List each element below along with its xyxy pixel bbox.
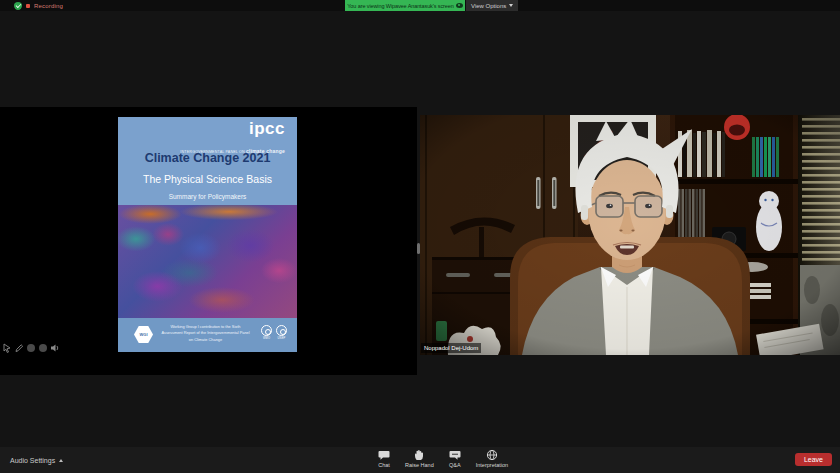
ipcc-report-cover: ipcc INTERGOVERNMENTAL PANEL ON climate … bbox=[118, 117, 297, 352]
shared-screen-canvas: ipcc INTERGOVERNMENTAL PANEL ON climate … bbox=[0, 107, 417, 375]
participant-name-tag: Noppadol Dej-Udom bbox=[421, 343, 481, 353]
wmo-emblem-icon bbox=[261, 325, 272, 336]
cover-tagline: Summary for Policymakers bbox=[118, 193, 297, 200]
chat-button[interactable]: Chat bbox=[372, 449, 396, 468]
wgi-hexagon-logo: WGI bbox=[134, 326, 153, 343]
cover-header: ipcc INTERGOVERNMENTAL PANEL ON climate … bbox=[118, 117, 297, 205]
speaker-icon[interactable] bbox=[50, 343, 61, 353]
color-dot-icon[interactable] bbox=[38, 343, 48, 353]
security-shield-icon[interactable] bbox=[14, 2, 22, 10]
audio-settings-label: Audio Settings bbox=[10, 457, 55, 464]
chat-bubble-icon bbox=[378, 449, 390, 461]
view-options-label: View Options bbox=[471, 3, 506, 9]
pencil-icon[interactable] bbox=[14, 343, 24, 353]
ipcc-logo: ipcc bbox=[249, 120, 285, 137]
audio-settings-button[interactable]: Audio Settings bbox=[10, 447, 63, 473]
cursor-icon[interactable] bbox=[2, 343, 12, 353]
cover-footer-text: Working Group I contribution to the Sixt… bbox=[160, 324, 251, 343]
cover-org-logos: WMO UNEP bbox=[261, 325, 287, 340]
view-options-button[interactable]: View Options bbox=[466, 0, 518, 11]
qa-bubble-icon bbox=[449, 449, 461, 461]
chevron-down-icon bbox=[509, 4, 513, 7]
recording-indicator: Recording bbox=[14, 0, 63, 11]
unep-emblem-icon bbox=[276, 325, 287, 336]
viewing-screen-banner: You are viewing Wipavee Anantasuk's scre… bbox=[345, 0, 465, 11]
interpretation-button[interactable]: Interpretation bbox=[476, 449, 508, 468]
leave-button[interactable]: Leave bbox=[795, 453, 832, 466]
annotation-toolbar bbox=[2, 343, 61, 353]
world-temperature-map-image bbox=[118, 205, 297, 318]
recording-label: Recording bbox=[34, 3, 63, 9]
raise-hand-icon bbox=[413, 449, 425, 461]
zoom-webinar-window: Recording You are viewing Wipavee Ananta… bbox=[0, 0, 840, 473]
viewing-screen-text: You are viewing Wipavee Anantasuk's scre… bbox=[347, 3, 453, 9]
cover-title: Climate Change 2021 bbox=[118, 151, 297, 165]
eye-icon bbox=[456, 3, 463, 8]
bottom-toolbar: Audio Settings Chat Raise Hand bbox=[0, 447, 840, 473]
qa-button[interactable]: Q&A bbox=[443, 449, 467, 468]
cover-subtitle: The Physical Science Basis bbox=[118, 173, 297, 185]
color-dot-icon[interactable] bbox=[26, 343, 36, 353]
participant-video-tile: Noppadol Dej-Udom bbox=[420, 115, 840, 355]
participant-webcam-image bbox=[420, 115, 840, 355]
chevron-up-icon bbox=[59, 459, 63, 462]
raise-hand-button[interactable]: Raise Hand bbox=[405, 449, 434, 468]
top-bar: Recording You are viewing Wipavee Ananta… bbox=[0, 0, 840, 11]
unep-logo: UNEP bbox=[276, 325, 287, 340]
wmo-logo: WMO bbox=[261, 325, 272, 340]
toolbar-center-group: Chat Raise Hand Q&A bbox=[372, 449, 508, 468]
recording-dot-icon bbox=[26, 4, 30, 8]
globe-icon bbox=[486, 449, 498, 461]
cover-footer: WGI Working Group I contribution to the … bbox=[118, 318, 297, 352]
